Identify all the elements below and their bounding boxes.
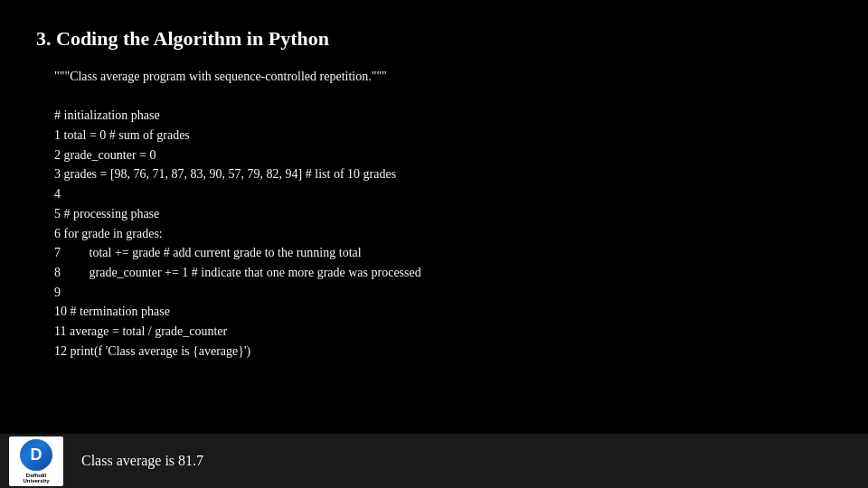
logo-circle: D [20, 439, 52, 471]
logo-box: D DaffodilUniversity [9, 436, 63, 486]
logo-area: D DaffodilUniversity Class average is 81… [9, 436, 203, 486]
page-title: 3. Coding the Algorithm in Python [36, 27, 832, 51]
code-line-2: 2 grade_counter = 0 [54, 145, 832, 165]
code-line-5: 5 # processing phase [54, 204, 832, 224]
code-line-4: 4 [54, 184, 832, 204]
code-line-3: 3 grades = [98, 76, 71, 87, 83, 90, 57, … [54, 164, 832, 184]
logo-letter: D [31, 446, 42, 465]
logo-university-name: DaffodilUniversity [23, 473, 49, 483]
code-block: """Class average program with sequence-c… [36, 67, 832, 361]
code-line-10: 10 # termination phase [54, 302, 832, 322]
bottom-bar: D DaffodilUniversity Class average is 81… [0, 434, 868, 488]
code-line-12: 12 print(f 'Class average is {average}') [54, 342, 832, 361]
output-label: Class average is 81.7 [81, 453, 203, 469]
code-line-8: 8 grade_counter += 1 # indicate that one… [54, 263, 832, 283]
code-line-blank1 [54, 87, 832, 107]
code-line-6: 6 for grade in grades: [54, 224, 832, 244]
docstring-line: """Class average program with sequence-c… [54, 67, 832, 87]
code-line-comment-init: # initialization phase [54, 106, 832, 126]
code-line-11: 11 average = total / grade_counter [54, 322, 832, 342]
code-line-1: 1 total = 0 # sum of grades [54, 126, 832, 145]
code-line-9: 9 [54, 283, 832, 303]
page-container: 3. Coding the Algorithm in Python """Cla… [0, 0, 868, 488]
code-line-7: 7 total += grade # add current grade to … [54, 243, 832, 263]
